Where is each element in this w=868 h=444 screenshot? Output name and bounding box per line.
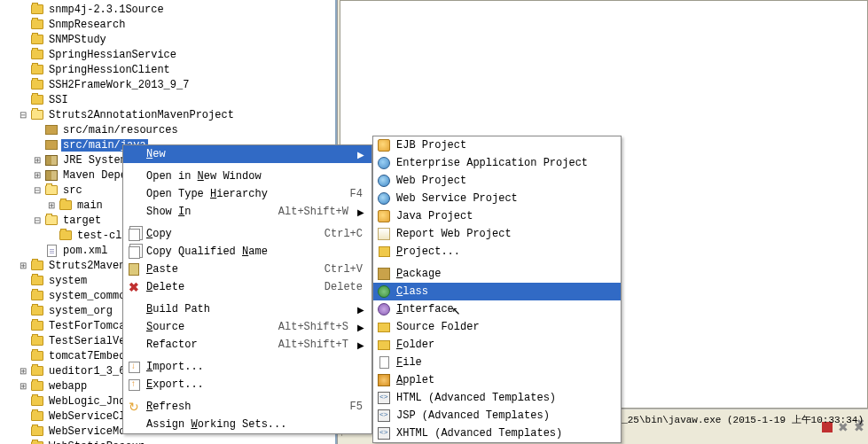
expand-icon[interactable] <box>16 364 30 378</box>
folder-closed-icon <box>30 364 44 378</box>
menu-item-refactor[interactable]: RefactorAlt+Shift+T▶ <box>123 336 371 354</box>
submenu-arrow-icon: ▶ <box>354 323 368 332</box>
tree-spacer <box>16 319 30 333</box>
context-menu-main[interactable]: New▶Open in New WindowOpen Type Hierarch… <box>122 144 372 434</box>
menu-item-ejb-project[interactable]: EJB Project <box>373 136 621 154</box>
export-icon <box>125 377 143 393</box>
menu-item-project[interactable]: Project... <box>373 243 621 261</box>
menu-item-label: XHTML (Advanced Templates) <box>393 427 617 440</box>
menu-item-source[interactable]: SourceAlt+Shift+S▶ <box>123 318 371 336</box>
tree-item[interactable]: SSH2FrameWork_2013_9_7 <box>2 77 335 92</box>
menu-item-java-project[interactable]: Java Project <box>373 207 621 225</box>
tree-item[interactable]: snmp4j-2.3.1Source <box>2 2 335 17</box>
html-icon <box>375 408 393 424</box>
menu-item-new[interactable]: New▶ <box>123 145 371 163</box>
tree-item[interactable]: Struts2AnnotationMavenProject <box>2 107 335 122</box>
menu-item-jsp-advanced-templates[interactable]: JSP (Advanced Templates) <box>373 407 621 425</box>
collapse-icon[interactable] <box>30 183 44 198</box>
proj-icon <box>375 244 393 260</box>
menu-item-report-web-project[interactable]: Report Web Project <box>373 225 621 243</box>
tree-item[interactable]: SpringHessianService <box>2 47 335 62</box>
tree-spacer <box>16 33 30 47</box>
menu-shortcut: F5 <box>350 401 368 413</box>
menu-item-label: Copy Qualified Name <box>143 245 368 258</box>
menu-item-refresh[interactable]: ↻RefreshF5 <box>123 398 371 416</box>
tree-spacer <box>16 349 30 363</box>
folder-icon <box>375 337 393 353</box>
menu-item-label: Assign Working Sets... <box>143 418 368 431</box>
menu-item-paste[interactable]: PasteCtrl+V <box>123 261 371 278</box>
tree-item[interactable]: src/main/resources <box>2 122 335 137</box>
menu-item-label: Web Project <box>393 175 617 187</box>
menu-item-open-type-hierarchy[interactable]: Open Type HierarchyF4 <box>123 185 371 203</box>
tree-spacer <box>16 425 30 439</box>
tree-spacer <box>30 123 44 137</box>
tree-spacer <box>16 48 30 62</box>
menu-item-source-folder[interactable]: Source Folder <box>373 318 621 336</box>
menu-item-applet[interactable]: Applet <box>373 371 621 389</box>
blank-icon <box>125 168 143 184</box>
tree-item[interactable]: WebStaticResour <box>2 439 335 444</box>
expand-icon[interactable] <box>44 199 59 213</box>
folder-closed-icon <box>30 93 44 107</box>
menu-shortcut: Alt+Shift+W <box>278 206 354 218</box>
menu-shortcut: F4 <box>350 188 368 200</box>
lib-icon-icon <box>44 168 59 183</box>
tree-item[interactable]: SSI <box>2 92 335 107</box>
menu-item-build-path[interactable]: Build Path▶ <box>123 300 371 318</box>
folder-closed-icon <box>30 394 44 409</box>
menu-item-web-service-project[interactable]: Web Service Project <box>373 190 621 207</box>
tree-spacer <box>16 409 30 424</box>
tree-item[interactable]: SpringHessionClient <box>2 62 335 77</box>
tree-spacer <box>16 3 30 17</box>
menu-item-import[interactable]: Import... <box>123 358 371 376</box>
tree-item[interactable]: SNMPStudy <box>2 32 335 47</box>
expand-icon[interactable] <box>30 153 44 167</box>
tree-item-label: SpringHessianService <box>47 49 178 61</box>
lib-icon-icon <box>44 153 59 167</box>
tree-item-label: system <box>47 275 89 287</box>
applet-icon <box>375 372 393 388</box>
blank-icon <box>125 301 143 317</box>
folder-closed-icon <box>30 48 44 62</box>
menu-item-web-project[interactable]: Web Project <box>373 172 621 190</box>
tree-spacer <box>16 289 30 303</box>
refresh-icon: ↻ <box>125 399 143 415</box>
folder-closed-icon <box>30 18 44 32</box>
ent-icon <box>375 155 393 171</box>
menu-item-package[interactable]: Package <box>373 265 621 283</box>
collapse-icon[interactable] <box>30 214 44 228</box>
menu-item-assign-working-sets[interactable]: Assign Working Sets... <box>123 416 371 433</box>
paste-icon <box>125 261 143 277</box>
menu-item-export[interactable]: Export... <box>123 376 371 393</box>
tree-item[interactable]: SnmpResearch <box>2 17 335 32</box>
menu-item-xhtml-advanced-templates[interactable]: XHTML (Advanced Templates) <box>373 425 621 442</box>
menu-item-file[interactable]: File <box>373 354 621 371</box>
expand-icon[interactable] <box>16 259 30 273</box>
menu-item-copy[interactable]: CopyCtrl+C <box>123 225 371 243</box>
expand-icon[interactable] <box>30 168 44 183</box>
menu-item-class[interactable]: Class <box>373 283 621 300</box>
menu-item-interface[interactable]: Interface <box>373 300 621 318</box>
folder-closed-icon <box>30 319 44 333</box>
folder-icon <box>375 319 393 335</box>
tree-item-label: Struts2AnnotationMavenProject <box>47 109 236 121</box>
menu-item-enterprise-application-project[interactable]: Enterprise Application Project <box>373 154 621 172</box>
context-menu-new[interactable]: EJB ProjectEnterprise Application Projec… <box>372 136 622 443</box>
menu-item-label: EJB Project <box>393 139 617 152</box>
menu-item-copy-qualified-name[interactable]: Copy Qualified Name <box>123 243 371 261</box>
menu-item-folder[interactable]: Folder <box>373 336 621 354</box>
folder-closed-icon <box>30 304 44 318</box>
collapse-icon[interactable] <box>16 108 30 122</box>
menu-shortcut: Alt+Shift+S <box>278 321 354 333</box>
file-icon <box>375 354 393 370</box>
expand-icon[interactable] <box>16 379 30 393</box>
submenu-arrow-icon: ▶ <box>354 340 368 350</box>
menu-item-show-in[interactable]: Show InAlt+Shift+W▶ <box>123 203 371 221</box>
menu-item-open-in-new-window[interactable]: Open in New Window <box>123 167 371 185</box>
menu-item-label: Project... <box>393 245 617 258</box>
menu-item-html-advanced-templates[interactable]: HTML (Advanced Templates) <box>373 389 621 407</box>
menu-item-delete[interactable]: ✖DeleteDelete <box>123 278 371 296</box>
menu-item-label: Copy <box>143 228 325 240</box>
menu-item-label: Applet <box>393 374 617 386</box>
